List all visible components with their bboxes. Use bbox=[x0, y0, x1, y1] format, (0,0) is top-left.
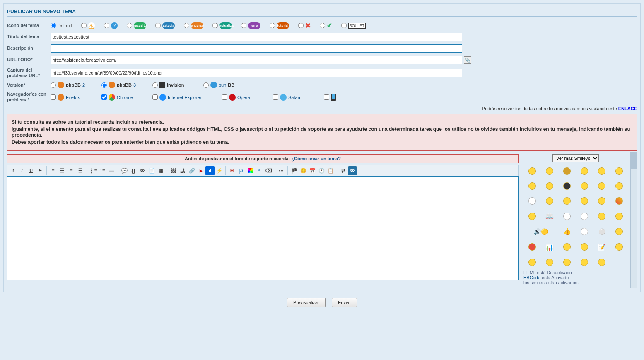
color-button[interactable] bbox=[246, 166, 255, 175]
smiley-sleepy[interactable] bbox=[528, 213, 536, 220]
clock-button[interactable]: 🕐 bbox=[317, 166, 326, 175]
browser-ie-check[interactable] bbox=[152, 94, 158, 100]
icon-radio-x[interactable] bbox=[298, 23, 304, 28]
preview-button[interactable]: Previsualizar bbox=[287, 298, 326, 307]
smiley-d[interactable] bbox=[563, 259, 571, 266]
image-button[interactable]: 🏞 bbox=[178, 166, 187, 175]
smiley-thumbsup[interactable]: 👍 bbox=[563, 227, 571, 235]
browser-firefox-check[interactable] bbox=[51, 94, 56, 100]
browser-safari-check[interactable] bbox=[273, 94, 278, 100]
icon-radio-resuelto[interactable] bbox=[127, 23, 132, 28]
message-textarea[interactable] bbox=[7, 176, 519, 280]
align-center-button[interactable]: ☰ bbox=[58, 166, 67, 175]
flag-button[interactable]: 🏴 bbox=[289, 166, 299, 175]
smiley-grin[interactable] bbox=[615, 167, 623, 175]
smiley-cry[interactable] bbox=[598, 167, 605, 175]
smiley-blank[interactable] bbox=[581, 228, 588, 235]
description-input[interactable] bbox=[51, 44, 462, 53]
hr-button[interactable]: — bbox=[107, 166, 116, 175]
icon-radio-boulet[interactable] bbox=[341, 23, 347, 28]
smiley-halo[interactable] bbox=[563, 213, 571, 220]
smiley-angry[interactable] bbox=[528, 243, 536, 251]
browser-mobile-check[interactable] bbox=[324, 94, 329, 100]
smiley-happy[interactable] bbox=[615, 182, 623, 190]
icon-radio-astucia[interactable] bbox=[155, 23, 161, 28]
smiley-f[interactable] bbox=[598, 259, 605, 266]
preview-button[interactable]: 👁 bbox=[348, 166, 357, 175]
headers-button[interactable]: H bbox=[227, 166, 236, 175]
smiley-shock[interactable] bbox=[581, 182, 588, 190]
image-host-button[interactable]: 🖼 bbox=[169, 166, 178, 175]
align-left-button[interactable]: ≡ bbox=[48, 166, 58, 175]
list-number-button[interactable]: 1≡ bbox=[98, 166, 107, 175]
smiley-sad[interactable] bbox=[546, 167, 553, 175]
icon-radio-warn[interactable] bbox=[81, 23, 87, 28]
table-button[interactable]: ▦ bbox=[156, 166, 165, 175]
version-invision-radio[interactable] bbox=[152, 82, 158, 88]
bbcode-link[interactable]: BBCode bbox=[523, 275, 540, 280]
browser-chrome-check[interactable] bbox=[101, 94, 107, 100]
quote-button[interactable]: 💬 bbox=[120, 166, 129, 175]
smiley-mad[interactable] bbox=[563, 197, 571, 205]
align-justify-button[interactable]: ☰ bbox=[76, 166, 85, 175]
emoji-button[interactable]: 😊 bbox=[299, 166, 308, 175]
url-input[interactable] bbox=[51, 56, 462, 64]
hidden-button[interactable]: 📄 bbox=[147, 166, 156, 175]
como-crear-link[interactable]: ¿Cómo crear un tema? bbox=[291, 156, 341, 161]
strike-button[interactable]: S bbox=[36, 166, 45, 175]
smiley-c[interactable] bbox=[546, 259, 553, 266]
smiley-a[interactable] bbox=[615, 243, 623, 251]
version-phpbb2-radio[interactable] bbox=[51, 82, 56, 88]
flash-button[interactable]: ⚡ bbox=[215, 166, 224, 175]
smiley-wink[interactable] bbox=[563, 167, 571, 175]
smiley-scrollbar[interactable] bbox=[630, 152, 637, 288]
icon-radio-actualizar[interactable] bbox=[212, 23, 218, 28]
smiley-love[interactable] bbox=[598, 197, 605, 205]
submit-button[interactable]: Enviar bbox=[332, 298, 357, 307]
smiley-bat[interactable]: 🔊🟡 bbox=[534, 228, 548, 235]
smiley-worried[interactable] bbox=[581, 197, 588, 205]
smiley-category-select[interactable]: Ver más Smileys bbox=[552, 154, 599, 162]
icon-radio-tematico[interactable] bbox=[241, 23, 246, 28]
bold-button[interactable]: B bbox=[8, 166, 17, 175]
icon-radio-tutorial[interactable] bbox=[270, 23, 275, 28]
smiley-alien[interactable] bbox=[581, 213, 588, 220]
capture-input[interactable] bbox=[51, 69, 462, 77]
smiley-crazy[interactable] bbox=[615, 197, 623, 205]
icon-radio-default[interactable] bbox=[51, 23, 56, 28]
spoiler-button[interactable]: 👁 bbox=[138, 166, 147, 175]
more-button[interactable]: ⋯ bbox=[277, 166, 286, 175]
icon-radio-encurso[interactable] bbox=[184, 23, 189, 28]
link-button[interactable]: 🔗 bbox=[187, 166, 196, 175]
smiley-meh[interactable] bbox=[581, 167, 588, 175]
subject-input[interactable] bbox=[51, 33, 462, 41]
smiley-tear[interactable] bbox=[598, 182, 605, 190]
smiley-book[interactable]: 📖 bbox=[545, 212, 554, 220]
smiley-ninja[interactable] bbox=[563, 182, 571, 190]
source-button[interactable]: ⇄ bbox=[339, 166, 348, 175]
icon-radio-check[interactable] bbox=[320, 23, 325, 28]
remove-format-button[interactable]: ⌫ bbox=[264, 166, 273, 175]
smiley-search[interactable] bbox=[581, 243, 588, 251]
version-phpbb3-radio[interactable] bbox=[101, 82, 107, 88]
dailymotion-button[interactable]: d bbox=[205, 166, 215, 175]
smiley-tongue[interactable] bbox=[546, 197, 553, 205]
code-button[interactable]: {} bbox=[129, 166, 138, 175]
align-right-button[interactable]: ≡ bbox=[67, 166, 76, 175]
smiley-chart[interactable]: 📊 bbox=[545, 243, 554, 251]
version-punbb-radio[interactable] bbox=[203, 82, 209, 88]
underline-button[interactable]: U bbox=[27, 166, 36, 175]
smiley-e[interactable] bbox=[581, 259, 588, 266]
smiley-cool2[interactable] bbox=[615, 213, 623, 220]
paste-button[interactable]: 📋 bbox=[326, 166, 335, 175]
browser-opera-check[interactable] bbox=[222, 94, 227, 100]
smiley-smile[interactable] bbox=[528, 167, 536, 175]
url-attachment-icon[interactable]: 📎 bbox=[464, 56, 471, 64]
date-button[interactable]: 📅 bbox=[308, 166, 317, 175]
italic-button[interactable]: I bbox=[17, 166, 27, 175]
smiley-roll[interactable] bbox=[598, 213, 605, 220]
smiley-b[interactable] bbox=[528, 259, 536, 266]
smiley-notepad[interactable]: 📝 bbox=[598, 243, 606, 251]
smiley-laugh[interactable] bbox=[546, 182, 553, 190]
list-bullet-button[interactable]: ⋮≡ bbox=[89, 166, 98, 175]
